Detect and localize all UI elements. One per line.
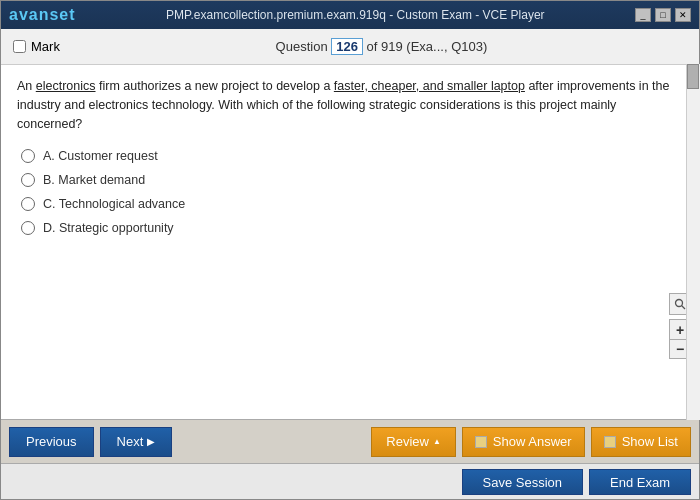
mark-label: Mark	[31, 39, 60, 54]
show-answer-checkbox-icon	[475, 436, 487, 448]
radio-c[interactable]	[21, 197, 35, 211]
show-answer-button[interactable]: Show Answer	[462, 427, 585, 457]
radio-d[interactable]	[21, 221, 35, 235]
scrollbar-thumb[interactable]	[687, 65, 699, 89]
window-title: PMP.examcollection.premium.exam.919q - C…	[76, 8, 635, 22]
radio-a[interactable]	[21, 149, 35, 163]
zoom-plus-icon: +	[676, 322, 684, 338]
show-list-checkbox-icon	[604, 436, 616, 448]
minimize-button[interactable]: _	[635, 8, 651, 22]
logo-suffix: set	[49, 6, 75, 23]
question-label: Question	[276, 39, 328, 54]
next-button[interactable]: Next ▶	[100, 427, 173, 457]
review-arrow-icon: ▲	[433, 437, 441, 446]
bottom-actions: Save Session End Exam	[1, 463, 699, 499]
previous-button[interactable]: Previous	[9, 427, 94, 457]
question-text: An electronics firm authorizes a new pro…	[17, 77, 683, 133]
show-answer-label: Show Answer	[493, 434, 572, 449]
question-info: Question 126 of 919 (Exa..., Q103)	[76, 38, 687, 55]
option-d-label: D. Strategic opportunity	[43, 221, 174, 235]
review-label: Review	[386, 434, 429, 449]
window-controls: _ □ ✕	[635, 8, 691, 22]
option-c[interactable]: C. Technological advance	[21, 197, 683, 211]
next-label: Next	[117, 434, 144, 449]
svg-line-1	[682, 306, 686, 310]
end-exam-label: End Exam	[610, 475, 670, 490]
logo-prefix: avan	[9, 6, 49, 23]
question-header: Mark Question 126 of 919 (Exa..., Q103)	[1, 29, 699, 65]
save-session-label: Save Session	[483, 475, 563, 490]
bottom-nav: Previous Next ▶ Review ▲ Show Answer Sho…	[1, 419, 699, 463]
option-b[interactable]: B. Market demand	[21, 173, 683, 187]
option-b-label: B. Market demand	[43, 173, 145, 187]
title-bar-left: avanset	[9, 6, 76, 24]
mark-section: Mark	[13, 39, 60, 54]
maximize-button[interactable]: □	[655, 8, 671, 22]
previous-label: Previous	[26, 434, 77, 449]
option-c-label: C. Technological advance	[43, 197, 185, 211]
show-list-label: Show List	[622, 434, 678, 449]
answer-options: A. Customer request B. Market demand C. …	[17, 149, 683, 235]
next-arrow-icon: ▶	[147, 436, 155, 447]
save-session-button[interactable]: Save Session	[462, 469, 584, 495]
question-text-content: An electronics firm authorizes a new pro…	[17, 79, 669, 131]
show-list-button[interactable]: Show List	[591, 427, 691, 457]
close-button[interactable]: ✕	[675, 8, 691, 22]
question-body: An electronics firm authorizes a new pro…	[1, 65, 699, 419]
logo: avanset	[9, 6, 76, 24]
review-button[interactable]: Review ▲	[371, 427, 456, 457]
zoom-minus-icon: −	[676, 341, 684, 357]
option-d[interactable]: D. Strategic opportunity	[21, 221, 683, 235]
option-a[interactable]: A. Customer request	[21, 149, 683, 163]
total-label: of 919 (Exa..., Q103)	[367, 39, 488, 54]
mark-checkbox[interactable]	[13, 40, 26, 53]
svg-point-0	[676, 300, 683, 307]
content-area: An electronics firm authorizes a new pro…	[1, 65, 699, 419]
option-a-label: A. Customer request	[43, 149, 158, 163]
question-number-box: 126	[331, 38, 363, 55]
title-bar: avanset PMP.examcollection.premium.exam.…	[1, 1, 699, 29]
end-exam-button[interactable]: End Exam	[589, 469, 691, 495]
radio-b[interactable]	[21, 173, 35, 187]
main-window: avanset PMP.examcollection.premium.exam.…	[0, 0, 700, 500]
scrollbar[interactable]	[686, 65, 699, 419]
